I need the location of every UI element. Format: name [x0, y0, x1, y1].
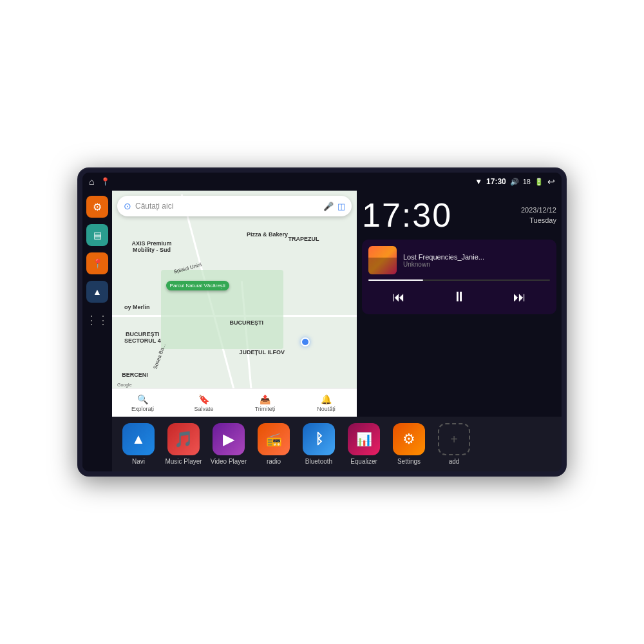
send-label: Trimiteți	[255, 406, 276, 412]
music-text: Lost Frequencies_Janie... Unknown	[403, 253, 550, 268]
map-label-berceni: BERCENI	[122, 372, 148, 378]
map-label-axis: AXIS PremiumMobility - Sud	[131, 240, 171, 253]
music-icon-char: 🎵	[174, 430, 193, 448]
music-player: Lost Frequencies_Janie... Unknown ⏮ ⏸ ⏭	[362, 240, 556, 314]
news-label: Noutăți	[317, 406, 336, 412]
status-left: ⌂ 📍	[89, 176, 110, 187]
navi-icon: ▲	[122, 423, 155, 455]
prev-button[interactable]: ⏮	[386, 287, 412, 307]
map-search-bar[interactable]: ⊙ Căutați aici 🎤 ◫	[117, 196, 352, 216]
settings-icon-char: ⚙	[402, 431, 415, 448]
map-panel[interactable]: ⊙ Căutați aici 🎤 ◫	[112, 191, 357, 417]
album-art-crowd	[368, 258, 397, 274]
app-grid: ▲ Navi 🎵 Music Player ▶	[120, 423, 554, 465]
map-tab-news[interactable]: 🔔 Noutăți	[296, 389, 357, 417]
sidebar-settings-btn[interactable]: ⚙	[86, 196, 108, 218]
sidebar-files-btn[interactable]: ▤	[86, 224, 108, 246]
location-icon[interactable]: 📍	[100, 177, 110, 186]
left-sidebar: ⚙ ▤ 📍 ▲ ⋮⋮	[82, 191, 112, 471]
app-music-player[interactable]: 🎵 Music Player	[165, 423, 202, 465]
news-icon: 🔔	[321, 394, 332, 404]
map-label-buc4: BUCUREȘTISECTORUL 4	[124, 331, 161, 344]
navi-label: Navi	[132, 458, 145, 465]
files-icon: ▤	[93, 230, 102, 240]
mic-icon[interactable]: 🎤	[323, 202, 334, 211]
battery-icon: 🔋	[535, 178, 544, 186]
status-right: ▼ 17:30 🔊 18 🔋 ↩	[475, 176, 555, 187]
settings-icon: ⚙	[93, 201, 102, 213]
map-label-merlin: oy Merlin	[124, 304, 150, 310]
music-title: Lost Frequencies_Janie...	[403, 253, 550, 261]
explore-label: Explorați	[131, 406, 154, 412]
app-grid-section: ▲ Navi 🎵 Music Player ▶	[112, 417, 562, 471]
music-progress-fill	[368, 279, 423, 281]
map-current-location	[301, 337, 310, 346]
sidebar-location-btn[interactable]: 📍	[86, 252, 108, 274]
music-label: Music Player	[165, 458, 202, 465]
back-icon[interactable]: ↩	[547, 176, 555, 187]
app-equalizer[interactable]: 📊 Equalizer	[345, 423, 383, 465]
clock-date: 2023/12/12	[521, 205, 556, 216]
sidebar-grid-btn[interactable]: ⋮⋮	[86, 309, 108, 331]
map-tab-saved[interactable]: 🔖 Salvate	[173, 389, 234, 417]
sidebar-nav-btn[interactable]: ▲	[86, 281, 108, 303]
status-bar: ⌂ 📍 ▼ 17:30 🔊 18 🔋 ↩	[82, 173, 562, 191]
map-label-buc: BUCUREȘTI	[229, 319, 263, 326]
equalizer-label: Equalizer	[350, 458, 377, 465]
pause-button[interactable]: ⏸	[446, 286, 473, 308]
app-add[interactable]: + add	[435, 423, 473, 465]
main-area: ⚙ ▤ 📍 ▲ ⋮⋮	[82, 191, 562, 471]
arrow-icon: ▲	[93, 287, 102, 297]
top-row: ⊙ Căutați aici 🎤 ◫	[112, 191, 562, 417]
radio-icon-char: 📻	[266, 431, 282, 447]
home-icon[interactable]: ⌂	[89, 176, 94, 187]
navi-icon-char: ▲	[131, 431, 146, 448]
map-sosea-label: Sosea Ba...	[153, 343, 167, 370]
video-icon-char: ▶	[223, 430, 234, 448]
map-copyright: Google	[117, 383, 132, 387]
radio-icon: 📻	[258, 423, 290, 455]
map-pin-parcul[interactable]: Parcul Natural Văcărești	[166, 281, 229, 290]
google-maps-icon: ⊙	[124, 201, 131, 211]
clock-day: Tuesday	[521, 215, 556, 226]
video-label: Video Player	[211, 458, 247, 465]
wifi-icon: ▼	[475, 177, 482, 186]
add-label: add	[449, 458, 460, 465]
volume-icon[interactable]: 🔊	[510, 178, 519, 186]
map-tab-explore[interactable]: 🔍 Explorați	[112, 389, 173, 417]
send-icon: 📤	[260, 394, 270, 404]
clock-display: 17:30	[362, 196, 452, 234]
music-info-row: Lost Frequencies_Janie... Unknown	[368, 246, 550, 274]
music-icon: 🎵	[167, 423, 200, 455]
map-background: AXIS PremiumMobility - Sud Pizza & Baker…	[112, 191, 357, 417]
music-progress-bar[interactable]	[368, 279, 550, 281]
settings-app-icon: ⚙	[393, 423, 425, 455]
app-bluetooth[interactable]: ᛒ Bluetooth	[300, 423, 337, 465]
app-settings[interactable]: ⚙ Settings	[390, 423, 428, 465]
search-placeholder: Căutați aici	[135, 202, 319, 211]
saved-label: Salvate	[194, 406, 213, 412]
app-radio[interactable]: 📻 radio	[255, 423, 292, 465]
settings-label: Settings	[397, 458, 421, 465]
add-icon: +	[438, 423, 470, 455]
explore-icon: 🔍	[137, 394, 148, 404]
device: ⌂ 📍 ▼ 17:30 🔊 18 🔋 ↩ ⚙ ▤	[77, 167, 567, 477]
map-label-ilfov: JUDEȚUL ILFOV	[240, 349, 285, 355]
bluetooth-label: Bluetooth	[305, 458, 332, 465]
layers-icon[interactable]: ◫	[337, 202, 345, 211]
music-artist: Unknown	[403, 261, 550, 268]
right-panel: 17:30 2023/12/12 Tuesday	[357, 191, 562, 417]
app-video-player[interactable]: ▶ Video Player	[210, 423, 247, 465]
radio-label: radio	[267, 458, 281, 465]
album-art	[368, 246, 397, 274]
next-button[interactable]: ⏭	[507, 287, 533, 307]
clock-date-section: 2023/12/12 Tuesday	[521, 205, 556, 226]
map-tab-send[interactable]: 📤 Trimiteți	[234, 389, 296, 417]
app-navi[interactable]: ▲ Navi	[120, 423, 157, 465]
status-time: 17:30	[486, 177, 506, 186]
map-bottom-tabs: 🔍 Explorați 🔖 Salvate 📤 Trimiteți	[112, 388, 357, 417]
location-sidebar-icon: 📍	[92, 258, 103, 269]
screen: ⌂ 📍 ▼ 17:30 🔊 18 🔋 ↩ ⚙ ▤	[82, 173, 562, 471]
video-icon: ▶	[213, 423, 245, 455]
map-label-pizza: Pizza & Bakery	[247, 231, 288, 238]
